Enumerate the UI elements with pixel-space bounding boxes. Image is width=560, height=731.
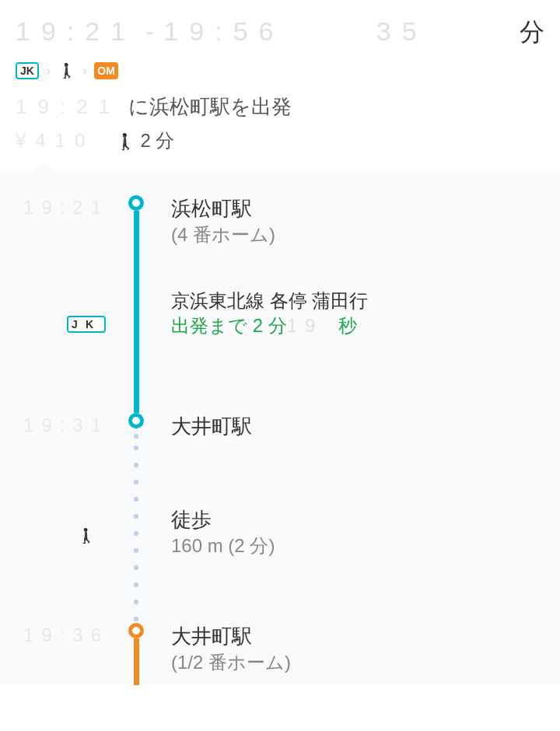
- depart-time: 19:21: [16, 16, 136, 47]
- jk-line-badge: JK: [67, 316, 106, 333]
- walk-icon: [58, 62, 75, 79]
- walk-icon: [78, 523, 103, 545]
- timeline-stop[interactable]: 19:21 浜松町駅 (4 番ホーム): [16, 195, 544, 234]
- fare-row: ¥410 2 分: [16, 128, 544, 153]
- station-node-icon: [128, 195, 144, 211]
- route-header: 19:21 - 19:56 35 分 JK › › OM 19:21 に浜松町駅…: [0, 0, 560, 172]
- countdown-seconds: 19: [287, 315, 324, 336]
- duration-value: 35: [376, 16, 428, 47]
- departure-countdown: 出発まで 2 分19秒: [171, 313, 544, 338]
- jk-line-badge: JK: [16, 62, 39, 79]
- om-line-badge: OM: [94, 62, 118, 79]
- station-name: 大井町駅: [171, 413, 544, 440]
- walk-summary-text: 2 分: [140, 128, 174, 153]
- time-summary-row: 19:21 - 19:56 35 分: [16, 16, 544, 50]
- walk-label: 徒歩: [171, 506, 544, 533]
- pointer-icon: [34, 161, 56, 172]
- timeline-walk-segment[interactable]: 徒歩 160 m (2 分): [16, 444, 544, 623]
- mode-icons-row: JK › › OM: [16, 62, 544, 79]
- route-timeline: 19:21 浜松町駅 (4 番ホーム) JK 京浜東北線 各停 蒲田行 出発まで…: [0, 172, 560, 685]
- station-node-icon: [128, 413, 144, 428]
- chevron-icon: ›: [83, 65, 87, 77]
- timeline-stop[interactable]: 19:36 大井町駅 (1/2 番ホーム): [16, 623, 544, 685]
- departure-time-label: 19:21: [16, 95, 121, 119]
- stop-time: 19:36: [16, 623, 117, 646]
- rail-segment: [134, 638, 139, 685]
- rail-walk-segment: [134, 428, 138, 444]
- station-name: 大井町駅: [171, 623, 544, 650]
- rail: [117, 444, 156, 623]
- stop-content: 大井町駅: [156, 413, 544, 440]
- countdown-unit: 秒: [338, 315, 357, 336]
- stop-time: 19:21: [16, 195, 117, 219]
- rail: [117, 413, 156, 444]
- station-node-icon: [128, 623, 144, 638]
- time-separator: -: [145, 16, 154, 47]
- departure-text-row: 19:21 に浜松町駅を出発: [16, 93, 544, 121]
- segment-badge-col: [16, 444, 117, 623]
- countdown-prefix: 出発まで 2 分: [171, 315, 287, 336]
- stop-time: 19:31: [16, 413, 117, 436]
- walk-detail: 160 m (2 分): [171, 533, 544, 558]
- stop-content: 大井町駅 (1/2 番ホーム): [156, 623, 544, 675]
- fare-value: ¥410: [16, 130, 94, 152]
- segment-content: 京浜東北線 各停 蒲田行 出発まで 2 分19秒: [156, 234, 544, 338]
- rail: [117, 623, 156, 685]
- chevron-icon: ›: [47, 65, 51, 77]
- rail-walk-segment: [134, 444, 138, 623]
- timeline-stop[interactable]: 19:31 大井町駅: [16, 413, 544, 444]
- segment-content: 徒歩 160 m (2 分): [156, 444, 544, 558]
- arrive-time: 19:56: [163, 16, 284, 47]
- duration-unit: 分: [520, 16, 544, 50]
- platform-label: (1/2 番ホーム): [171, 650, 544, 675]
- rail: [117, 234, 156, 413]
- walk-icon: [116, 130, 135, 152]
- segment-badge-col: JK: [16, 234, 117, 413]
- walk-summary: 2 分: [116, 128, 174, 153]
- rail-segment: [134, 234, 139, 413]
- timeline-segment[interactable]: JK 京浜東北線 各停 蒲田行 出発まで 2 分19秒: [16, 234, 544, 413]
- station-name: 浜松町駅: [171, 195, 544, 222]
- line-name: 京浜東北線 各停 蒲田行: [171, 289, 544, 313]
- departure-suffix: に浜松町駅を出発: [128, 93, 292, 121]
